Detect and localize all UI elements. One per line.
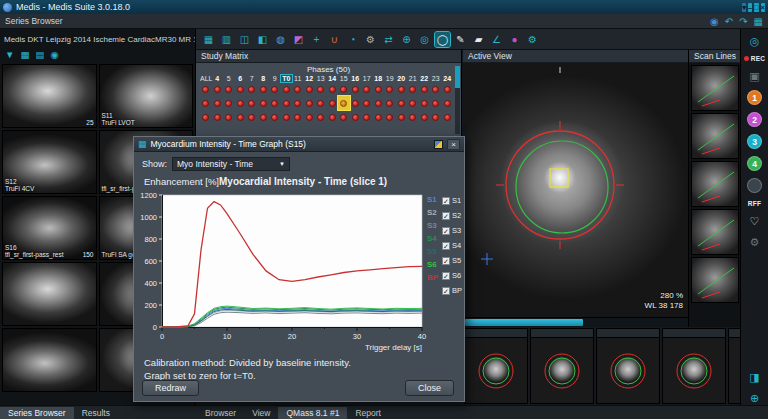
matrix-cell[interactable] bbox=[235, 96, 247, 110]
layout-grid-icon[interactable]: ▦ bbox=[754, 16, 763, 27]
series-thumbnail[interactable] bbox=[2, 328, 97, 392]
phase-column-12[interactable]: 12 bbox=[304, 75, 316, 82]
matrix-cell[interactable] bbox=[304, 110, 316, 124]
matrix-cell[interactable] bbox=[338, 82, 350, 96]
study-label[interactable]: Medis DKT Leipzig 2014 Ischemie CardiacM… bbox=[0, 29, 195, 46]
matrix-cell[interactable] bbox=[223, 110, 235, 124]
filter-icon[interactable]: ▼ bbox=[5, 49, 14, 60]
matrix-cell[interactable] bbox=[246, 96, 258, 110]
system-menu-button[interactable]: ▾ bbox=[742, 3, 746, 12]
scan-line-thumbnail[interactable] bbox=[691, 209, 739, 255]
grid-icon[interactable]: ▣ bbox=[749, 69, 759, 83]
matrix-cell[interactable] bbox=[361, 110, 373, 124]
matrix-cell[interactable] bbox=[442, 96, 454, 110]
preset-1-button[interactable]: 1 bbox=[747, 90, 762, 105]
undo-icon[interactable]: ↶ bbox=[725, 16, 733, 27]
matrix-cell[interactable] bbox=[407, 82, 419, 96]
matrix-cell[interactable] bbox=[373, 96, 385, 110]
phase-column-18[interactable]: 18 bbox=[373, 75, 385, 82]
matrix-cell[interactable] bbox=[350, 110, 362, 124]
filmstrip-thumbnail[interactable] bbox=[728, 328, 740, 404]
active-view-header[interactable]: Active View bbox=[463, 50, 688, 63]
matrix-cell[interactable] bbox=[384, 110, 396, 124]
matrix-cell[interactable] bbox=[407, 96, 419, 110]
matrix-cell[interactable] bbox=[212, 82, 224, 96]
matrix-cell[interactable] bbox=[396, 110, 408, 124]
app-tab-report[interactable]: Report bbox=[347, 407, 389, 419]
active-view-image[interactable]: 280 % WL 38 178 bbox=[463, 63, 688, 317]
close-button[interactable]: Close bbox=[405, 380, 454, 396]
matrix-cell[interactable] bbox=[269, 96, 281, 110]
roi-circle-icon[interactable]: ● bbox=[507, 32, 522, 47]
matrix-cell[interactable] bbox=[373, 82, 385, 96]
matrix-cell[interactable] bbox=[292, 96, 304, 110]
checkbox-S5[interactable]: ✓S5 bbox=[442, 253, 466, 268]
matrix-cell[interactable] bbox=[200, 82, 212, 96]
matrix-cell[interactable] bbox=[361, 96, 373, 110]
matrix-cell[interactable] bbox=[235, 82, 247, 96]
app-tab-view[interactable]: View bbox=[244, 407, 278, 419]
checkbox-S1[interactable]: ✓S1 bbox=[442, 193, 466, 208]
matrix-cell[interactable] bbox=[281, 82, 293, 96]
scan-line-thumbnail[interactable] bbox=[691, 161, 739, 207]
preset-2-button[interactable]: 2 bbox=[747, 112, 762, 127]
phase-column-20[interactable]: 20 bbox=[396, 75, 408, 82]
redraw-button[interactable]: Redraw bbox=[142, 380, 199, 396]
target-icon[interactable]: ◎ bbox=[750, 34, 760, 48]
matrix-cell[interactable] bbox=[361, 82, 373, 96]
matrix-cell[interactable] bbox=[246, 82, 258, 96]
matrix-cell[interactable] bbox=[246, 110, 258, 124]
phase-column-4[interactable]: 4 bbox=[212, 75, 224, 82]
minimize-button[interactable]: – bbox=[748, 3, 752, 12]
list-view-icon[interactable]: ▤ bbox=[35, 49, 44, 60]
matrix-cell[interactable] bbox=[223, 96, 235, 110]
study-matrix-header[interactable]: Study Matrix bbox=[196, 50, 461, 63]
checkbox-S3[interactable]: ✓S3 bbox=[442, 223, 466, 238]
scan-lines-header[interactable]: Scan Lines bbox=[689, 50, 740, 63]
matrix-cell[interactable] bbox=[281, 110, 293, 124]
matrix-cell[interactable] bbox=[384, 82, 396, 96]
checkbox-S2[interactable]: ✓S2 bbox=[442, 208, 466, 223]
matrix-cell[interactable] bbox=[338, 96, 350, 110]
phase-column-22[interactable]: 22 bbox=[419, 75, 431, 82]
cube-3d-icon[interactable]: ◩ bbox=[291, 32, 306, 47]
redo-icon[interactable]: ↷ bbox=[739, 16, 747, 27]
phase-column-14[interactable]: 14 bbox=[327, 75, 339, 82]
contour-tool-icon[interactable]: ◯ bbox=[435, 32, 450, 47]
add-icon[interactable]: ⊕ bbox=[750, 391, 759, 405]
matrix-cell[interactable] bbox=[419, 82, 431, 96]
phase-column-8[interactable]: 8 bbox=[258, 75, 270, 82]
viewports-icon[interactable]: ◧ bbox=[255, 32, 270, 47]
checkbox-BP[interactable]: ✓BP bbox=[442, 283, 466, 298]
matrix-cell[interactable] bbox=[269, 110, 281, 124]
phase-column-7[interactable]: 7 bbox=[246, 75, 258, 82]
pan-icon[interactable]: ⊕ bbox=[399, 32, 414, 47]
dialog-close-button[interactable]: × bbox=[447, 139, 460, 150]
matrix-cell[interactable] bbox=[327, 110, 339, 124]
preset-3-button[interactable]: 3 bbox=[747, 134, 762, 149]
matrix-cell[interactable] bbox=[200, 96, 212, 110]
matrix-cell[interactable] bbox=[304, 82, 316, 96]
gear-icon[interactable]: ⚙ bbox=[363, 32, 378, 47]
bottom-tab-results[interactable]: Results bbox=[74, 407, 118, 419]
matrix-cell[interactable] bbox=[327, 96, 339, 110]
matrix-cell[interactable] bbox=[350, 96, 362, 110]
phase-column-16[interactable]: 16 bbox=[350, 75, 362, 82]
info-icon[interactable]: ◉ bbox=[50, 49, 58, 60]
network-icon[interactable]: ◉ bbox=[710, 16, 719, 27]
matrix-cell[interactable] bbox=[419, 110, 431, 124]
series-thumbnail[interactable]: S16tfi_sr_first-pass_rest150 bbox=[2, 196, 97, 260]
phase-column-6[interactable]: 6 bbox=[235, 75, 247, 82]
orientation-icon[interactable]: ◔ bbox=[345, 32, 360, 47]
matrix-cell[interactable] bbox=[430, 96, 442, 110]
brush-icon[interactable]: ▰ bbox=[471, 32, 486, 47]
matrix-cell[interactable] bbox=[315, 82, 327, 96]
matrix-cell[interactable] bbox=[258, 96, 270, 110]
matrix-cell[interactable] bbox=[292, 82, 304, 96]
preset-5-button[interactable] bbox=[747, 178, 762, 193]
phase-column-17[interactable]: 17 bbox=[361, 75, 373, 82]
settings-icon[interactable]: ⚙ bbox=[525, 32, 540, 47]
matrix-cell[interactable] bbox=[315, 96, 327, 110]
matrix-cell[interactable] bbox=[281, 96, 293, 110]
pencil-icon[interactable]: ✎ bbox=[453, 32, 468, 47]
